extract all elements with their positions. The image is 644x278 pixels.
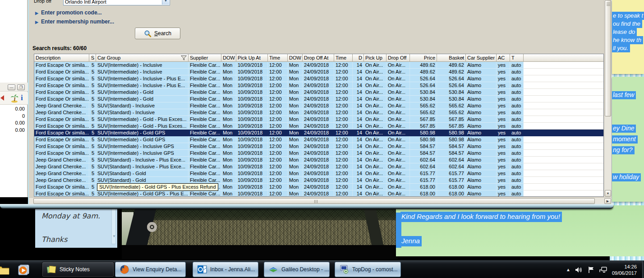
membership-number-expander[interactable]: ▶Enter membership number...	[35, 19, 114, 25]
table-row[interactable]: Ford Escape Or simila...5SUV(Intermediat…	[34, 75, 604, 82]
volume-icon[interactable]	[575, 266, 583, 273]
cell-time: 12:00	[268, 136, 288, 143]
scrollbar-thumb[interactable]	[33, 198, 595, 204]
column-header-d[interactable]: D	[353, 54, 364, 62]
search-button[interactable]: Search	[135, 28, 180, 39]
table-row[interactable]: Jeep Grand Cheroke...5SUV(Standard) - Go…	[34, 170, 604, 177]
column-header-description[interactable]: Description	[34, 54, 89, 62]
column-header-car-group[interactable]: Car Group	[96, 54, 189, 62]
column-header-pick-up[interactable]: Pick Up	[364, 54, 386, 62]
taskbar-button-firefox[interactable]: View Enquiry Deta...	[115, 262, 186, 277]
network-icon[interactable]	[599, 266, 607, 273]
explorer-folder-icon[interactable]	[0, 264, 10, 275]
cell-time: 12:00	[334, 150, 353, 157]
cell-pick-up-at: 10/09/2018	[236, 143, 268, 150]
column-header-price[interactable]: Price	[410, 54, 437, 62]
table-row[interactable]: Ford Escape Or simila...5SUV(Intermediat…	[34, 190, 604, 197]
cell-filler	[524, 82, 604, 89]
table-row[interactable]: Ford Escape Or simila...5SUV(Intermediat…	[34, 130, 604, 136]
cell-drop-off-at: 24/09/2018	[303, 89, 334, 96]
column-header-time[interactable]: Time	[268, 54, 288, 62]
cell-drop-off: On Air...	[386, 136, 410, 143]
sticky-note-green[interactable]: last fewey Dinemomentng for?w holiday	[612, 77, 644, 202]
results-table[interactable]: DescriptionSCar GroupSupplierDOWPick Up …	[34, 54, 604, 197]
cell-description: Jeep Grand Cheroke...	[34, 170, 89, 177]
column-header-pick-up-at[interactable]: Pick Up At	[236, 54, 268, 62]
scroll-right-button[interactable]: ▶	[604, 198, 611, 204]
table-row[interactable]: Ford Escape Or simila...5SUV(Intermediat…	[34, 82, 604, 89]
table-row[interactable]: Jeep Grand Cheroke...5SUV(Standard) - Go…	[34, 177, 604, 184]
table-row[interactable]: Ford Escape Or simila...5SUV(Intermediat…	[34, 89, 604, 96]
info-icon[interactable]: i	[21, 93, 23, 102]
column-header-dow[interactable]: DOW	[288, 54, 303, 62]
cell-price: 584.57	[410, 150, 437, 157]
hidden-icons-arrow-icon[interactable]: ▲	[566, 267, 570, 272]
sticky-note-blue[interactable]: Monday at 9am. Thanks ▼	[35, 202, 117, 248]
column-header-time[interactable]: Time	[334, 54, 353, 62]
scroll-down-button[interactable]: ▼	[605, 190, 611, 197]
selected-text: he know th	[612, 36, 643, 44]
table-row[interactable]: Ford Escape Or simila...5SUV(Intermediat…	[34, 143, 604, 150]
table-row[interactable]: Jeep Grand Cheroke...5SUV(Standard) - In…	[34, 163, 604, 170]
drop-off-combobox[interactable]: Orlando Intl Airport ▼	[63, 0, 170, 5]
promotion-code-expander[interactable]: ▶Enter promotion code...	[35, 9, 102, 16]
cell-t: auto	[510, 157, 524, 163]
cell-filler	[524, 89, 604, 96]
cell-s: 5	[89, 177, 96, 184]
cell-dow: Mon	[221, 190, 236, 197]
sort-indicator-icon: ▼	[461, 56, 464, 60]
cell-basket: 489.62	[437, 62, 466, 69]
sticky-note-yellow[interactable]: e to speak tou find thelease dohe know t…	[612, 0, 644, 74]
cell-filler	[524, 190, 604, 197]
column-header-s[interactable]: S	[89, 54, 96, 62]
cell-d: 14	[353, 184, 364, 190]
cell-basket: 615.77	[437, 177, 466, 184]
table-row[interactable]: Jeep Grand Cheroke...5SUV(Standard) - In…	[34, 157, 604, 163]
table-row[interactable]: Ford Escape Or simila...5SUV(Intermediat…	[34, 62, 604, 69]
table-row[interactable]: Ford Escape Or simila...5SUV(Intermediat…	[34, 123, 604, 130]
column-header-t[interactable]: T	[510, 54, 524, 62]
minimize-button[interactable]: —	[8, 84, 15, 90]
cell-time: 12:00	[334, 143, 353, 150]
table-row[interactable]: Ford Escape Or simila...5SUV(Intermediat…	[34, 69, 604, 75]
scroll-down-icon[interactable]: ▼	[112, 234, 116, 238]
media-player-icon[interactable]	[17, 264, 30, 276]
cell-t: auto	[510, 89, 524, 96]
show-desktop-button[interactable]	[642, 261, 644, 278]
horizontal-scrollbar[interactable]: ▶	[29, 197, 612, 204]
back-icon[interactable]	[0, 95, 5, 101]
column-header-ac[interactable]: AC	[497, 54, 510, 62]
sticky-note-green-large[interactable]: Kind Regards and I look forward to heari…	[396, 205, 644, 256]
palm-tree-icon[interactable]	[10, 94, 19, 103]
taskbar-button-sticky-notes[interactable]: Sticky Notes	[42, 262, 114, 277]
cell-pick-up: On Air...	[364, 82, 386, 89]
note-scrollbar[interactable]: ▼	[111, 205, 116, 244]
table-row[interactable]: Jeep Grand Cheroke...5SUV(Standard) - In…	[34, 102, 604, 109]
action-center-flag-icon[interactable]	[588, 266, 594, 273]
taskbar-button-outlook[interactable]: Inbox - Jenna.Ali...	[193, 262, 258, 277]
combo-dropdown-icon[interactable]: ▼	[162, 0, 169, 5]
taskbar-button-galileo[interactable]: Galileo Desktop - ...	[264, 262, 330, 277]
vertical-scrollbar[interactable]: ▼	[604, 0, 611, 197]
cell-car-supplier: Alamo	[466, 75, 497, 82]
cell-time: 12:00	[334, 184, 353, 190]
taskbar-button-topdog[interactable]: TopDog - comost...	[335, 262, 401, 277]
restore-button[interactable]: ❐	[17, 84, 25, 90]
column-header-dow[interactable]: DOW	[221, 54, 236, 62]
table-row[interactable]: Ford Escape Or simila...5SUV(Intermediat…	[34, 116, 604, 123]
table-row[interactable]: Ford Escape Or simila...5SUV(Intermediat…	[34, 136, 604, 143]
scrollbar-thumb[interactable]	[605, 0, 611, 116]
table-row[interactable]: Jeep Grand Cheroke...5SUV(Standard) - In…	[34, 109, 604, 116]
taskbar-clock[interactable]: 14:26 09/06/2017	[612, 264, 640, 276]
cell-s: 5	[89, 116, 96, 123]
column-header-drop-off[interactable]: Drop Off	[386, 54, 410, 62]
cell-car-group: SUV(Intermediate) - Gold - Plus Exces...	[96, 116, 189, 123]
cell-pick-up: On Air...	[364, 62, 386, 69]
column-header-car-supplier[interactable]: Car Supplier	[466, 54, 497, 62]
column-header-supplier[interactable]: Supplier	[189, 54, 221, 62]
filter-funnel-icon[interactable]	[181, 56, 187, 60]
table-row[interactable]: Ford Escape Or simila...5SUV(Intermediat…	[34, 150, 604, 157]
column-header-basket[interactable]: Basket▼	[437, 54, 466, 62]
column-header-drop-off-at[interactable]: Drop Off At	[303, 54, 334, 62]
table-row[interactable]: Ford Escape Or simila...5SUV(Intermediat…	[34, 96, 604, 102]
